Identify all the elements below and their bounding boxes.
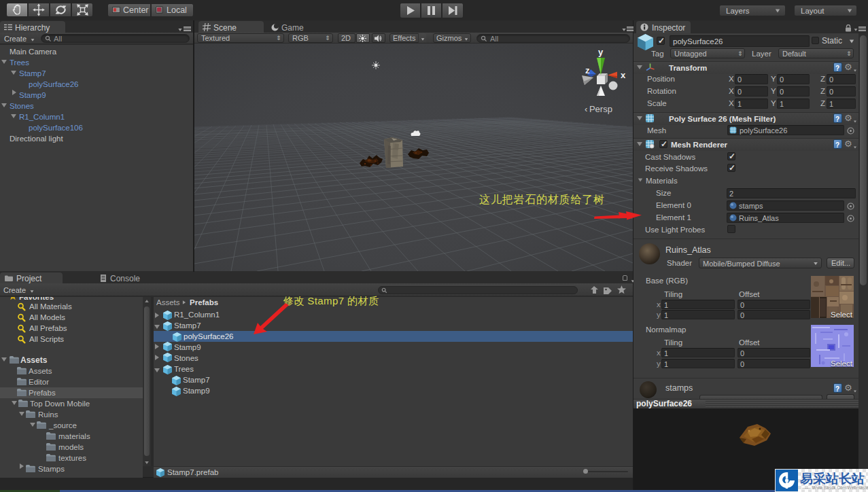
- svg-text:x: x: [621, 70, 626, 80]
- svg-text:z: z: [585, 65, 590, 75]
- svg-text:‹ Persp: ‹ Persp: [585, 104, 612, 114]
- svg-text:这儿把岩石的材质给了树: 这儿把岩石的材质给了树: [479, 194, 605, 205]
- svg-text:y: y: [598, 47, 604, 57]
